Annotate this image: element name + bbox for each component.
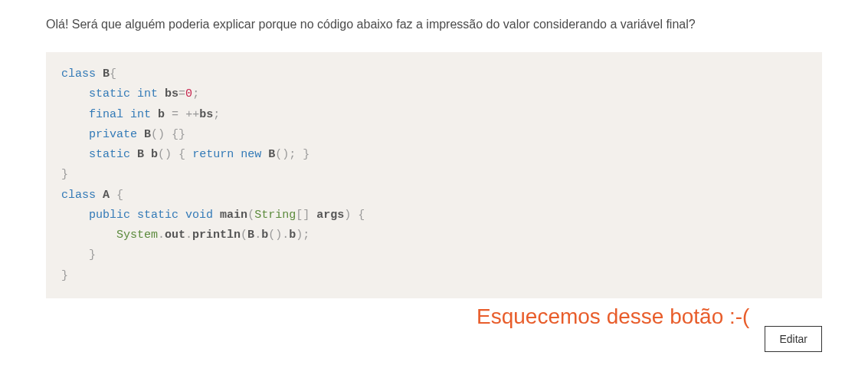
code-punct: ( — [247, 209, 254, 222]
code-identifier: b — [158, 108, 165, 121]
code-punct: { — [110, 67, 116, 81]
code-identifier: println — [192, 229, 241, 242]
code-punct: } — [89, 248, 96, 262]
code-keyword: class — [61, 189, 96, 202]
code-punct: } — [61, 168, 68, 181]
code-keyword: private — [89, 128, 137, 141]
code-keyword: new — [241, 148, 261, 161]
code-identifier: main — [220, 209, 247, 222]
code-type: String — [254, 209, 296, 222]
code-operator: = — [172, 108, 179, 121]
edit-button[interactable]: Editar — [765, 326, 822, 352]
code-punct: . — [158, 229, 165, 242]
code-keyword: public — [89, 209, 130, 222]
question-text: Olá! Será que alguém poderia explicar po… — [46, 15, 822, 34]
code-keyword: return — [192, 148, 234, 161]
code-identifier: A — [103, 189, 110, 202]
annotation-row: Esquecemos desse botão :-( Editar — [46, 304, 822, 352]
code-punct: ; — [213, 108, 220, 121]
code-punct: } — [61, 269, 68, 282]
code-keyword: int — [137, 87, 158, 100]
code-punct: (); } — [275, 148, 310, 161]
code-identifier: B — [247, 229, 254, 242]
code-keyword: static — [137, 209, 179, 222]
code-punct: ); — [296, 229, 310, 242]
code-block: class B{ static int bs=0; final int b = … — [46, 52, 822, 298]
annotation-text: Esquecemos desse botão :-( — [477, 304, 749, 329]
code-keyword: static — [89, 87, 130, 100]
code-identifier: bs — [165, 87, 179, 100]
code-identifier: b — [261, 229, 268, 242]
code-identifier: out — [165, 229, 185, 242]
code-punct: ) { — [344, 209, 365, 222]
code-identifier: args — [316, 209, 344, 222]
code-identifier: b — [151, 148, 158, 161]
code-operator: ++ — [185, 108, 199, 121]
code-number: 0 — [185, 87, 192, 100]
code-identifier: B — [144, 128, 151, 141]
code-punct: ; — [192, 87, 199, 100]
code-identifier: B — [268, 148, 275, 161]
code-operator: = — [179, 87, 185, 100]
code-punct: { — [116, 189, 123, 202]
code-keyword: int — [130, 108, 151, 121]
code-identifier: System — [116, 229, 158, 242]
code-keyword: static — [89, 148, 130, 161]
code-identifier: b — [289, 229, 296, 242]
code-type: B — [137, 148, 144, 161]
code-keyword: void — [185, 209, 213, 222]
code-punct: () { — [158, 148, 185, 161]
code-punct: ( — [241, 229, 247, 242]
code-identifier: bs — [199, 108, 213, 121]
code-punct: (). — [268, 229, 289, 242]
code-punct: . — [185, 229, 192, 242]
code-punct: [] — [296, 209, 310, 222]
code-punct: . — [254, 229, 261, 242]
code-identifier: B — [103, 67, 110, 81]
code-keyword: final — [89, 108, 123, 121]
code-punct: () {} — [151, 128, 185, 141]
code-keyword: class — [61, 67, 96, 81]
